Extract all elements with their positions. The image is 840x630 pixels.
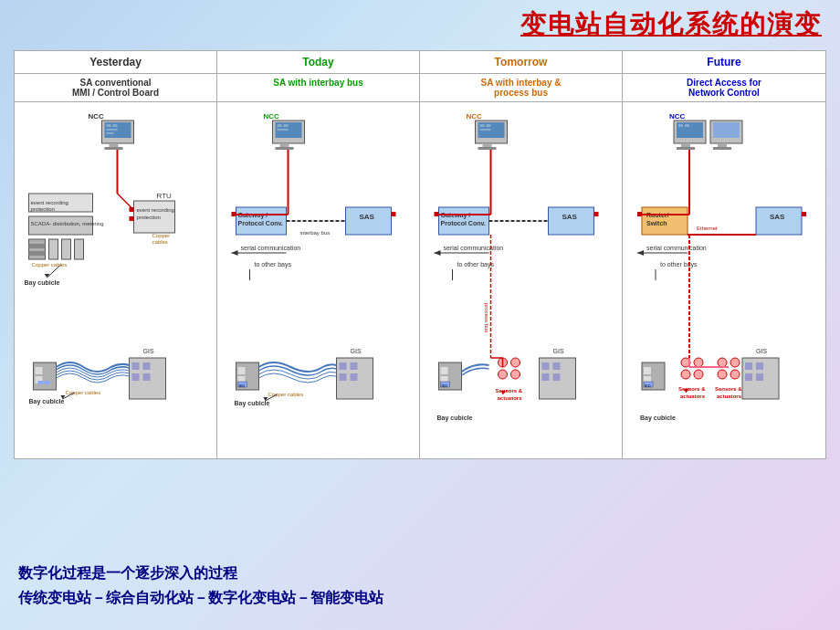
col-tomorrow: NCC Gateway / Protocol Conv. <box>420 102 623 458</box>
svg-text:Switch: Switch <box>646 220 667 226</box>
page-title: 变电站自动化系统的演变 <box>520 7 822 42</box>
svg-rect-28 <box>62 239 71 259</box>
svg-rect-79 <box>351 373 358 381</box>
svg-text:Sensors &: Sensors & <box>678 386 706 392</box>
title-area: 变电站自动化系统的演变 <box>520 7 822 42</box>
subtitle-yesterday: SA conventionalMMI / Control Board <box>15 74 217 101</box>
svg-rect-155 <box>756 207 802 235</box>
svg-rect-146 <box>718 143 727 147</box>
svg-rect-66 <box>392 212 396 216</box>
svg-rect-77 <box>351 362 358 370</box>
svg-text:Protocol Conv.: Protocol Conv. <box>441 220 486 226</box>
svg-text:protection: protection <box>31 206 55 212</box>
svg-rect-168 <box>745 373 752 381</box>
svg-text:NCC: NCC <box>89 112 105 121</box>
svg-rect-29 <box>75 239 84 259</box>
svg-rect-76 <box>340 362 347 370</box>
svg-rect-27 <box>49 239 58 259</box>
subtitle-strip: SA conventionalMMI / Control Board SA wi… <box>15 74 825 102</box>
svg-rect-39 <box>143 373 151 381</box>
svg-text:GIS: GIS <box>143 348 154 354</box>
svg-rect-141 <box>677 147 695 150</box>
svg-rect-166 <box>745 362 752 370</box>
era-yesterday: Yesterday <box>15 51 217 73</box>
svg-text:NCC: NCC <box>669 112 686 121</box>
svg-text:to other bays: to other bays <box>255 261 292 268</box>
svg-rect-53 <box>276 147 294 150</box>
svg-rect-95 <box>487 124 491 127</box>
svg-rect-44 <box>45 381 50 384</box>
subtitle-tomorrow: SA with interbay &process bus <box>420 74 623 101</box>
svg-rect-122 <box>441 367 448 374</box>
svg-point-178 <box>694 370 703 379</box>
svg-rect-152 <box>637 212 642 216</box>
svg-point-176 <box>694 358 703 367</box>
era-strip: Yesterday Today Tomorrow Future <box>15 51 825 74</box>
svg-rect-43 <box>38 381 44 384</box>
svg-text:SCADA- distribution, metering: SCADA- distribution, metering <box>31 221 104 226</box>
svg-rect-8 <box>107 132 114 134</box>
svg-rect-140 <box>681 143 690 147</box>
svg-text:IED: IED <box>239 383 246 388</box>
svg-text:Copper cables: Copper cables <box>32 262 68 268</box>
svg-text:Sensors &: Sensors & <box>715 386 742 392</box>
svg-marker-159 <box>637 250 644 256</box>
svg-rect-3 <box>110 143 119 147</box>
svg-text:Copper: Copper <box>152 233 171 238</box>
svg-rect-61 <box>232 212 236 216</box>
svg-text:GIS: GIS <box>553 348 564 354</box>
svg-rect-15 <box>130 216 134 221</box>
bottom-line-2: 传统变电站－综合自动化站－数字化变电站－智能变电站 <box>18 589 383 608</box>
col-today: NCC Gateway / Protocol Conv. <box>217 102 420 458</box>
era-today: Today <box>217 51 420 73</box>
svg-point-177 <box>681 370 690 379</box>
svg-rect-167 <box>756 362 763 370</box>
svg-rect-157 <box>802 212 806 216</box>
svg-marker-108 <box>435 250 441 256</box>
svg-rect-94 <box>480 124 485 127</box>
svg-rect-120 <box>553 373 561 381</box>
svg-rect-118 <box>553 362 561 370</box>
bottom-line-1: 数字化过程是一个逐步深入的过程 <box>18 564 383 583</box>
era-tomorrow: Tomorrow <box>420 51 623 73</box>
svg-text:Sensors &: Sensors & <box>496 388 523 394</box>
svg-text:to other bays: to other bays <box>457 261 495 268</box>
svg-point-127 <box>511 358 520 367</box>
svg-text:Ethernet: Ethernet <box>697 226 718 231</box>
svg-point-185 <box>718 370 727 379</box>
svg-rect-171 <box>644 367 651 374</box>
svg-text:event recording: event recording <box>137 207 174 213</box>
svg-point-128 <box>499 370 508 379</box>
svg-rect-6 <box>113 124 118 127</box>
svg-rect-24 <box>29 239 46 259</box>
svg-rect-26 <box>29 251 46 256</box>
svg-rect-37 <box>143 362 151 370</box>
subtitle-today: SA with interbay bus <box>217 74 420 101</box>
svg-rect-169 <box>756 373 763 381</box>
svg-text:SAS: SAS <box>562 213 578 221</box>
svg-rect-4 <box>105 147 123 150</box>
svg-text:Bay cubicle: Bay cubicle <box>640 415 676 422</box>
svg-line-16 <box>118 194 134 210</box>
svg-rect-64 <box>346 207 392 235</box>
svg-rect-54 <box>278 124 282 127</box>
svg-text:protection: protection <box>137 215 161 220</box>
svg-rect-104 <box>549 207 594 235</box>
svg-text:cables: cables <box>152 239 168 245</box>
svg-point-183 <box>718 358 727 367</box>
svg-text:actuators: actuators <box>717 394 742 399</box>
svg-text:NCC: NCC <box>467 112 483 121</box>
svg-text:Protocol Conv.: Protocol Conv. <box>238 220 283 226</box>
svg-text:SAS: SAS <box>770 213 785 221</box>
svg-rect-145 <box>713 122 740 138</box>
svg-text:IED: IED <box>645 383 651 388</box>
svg-text:Bay cubicle: Bay cubicle <box>25 279 60 287</box>
svg-text:process bus: process bus <box>484 303 489 332</box>
col-future: NCC Router/ Switch <box>623 102 825 458</box>
svg-text:NCC: NCC <box>264 112 280 121</box>
svg-rect-78 <box>340 373 347 381</box>
svg-point-129 <box>511 370 520 379</box>
svg-marker-68 <box>232 250 238 256</box>
svg-text:serial communication: serial communication <box>444 245 504 251</box>
svg-rect-143 <box>685 124 689 127</box>
